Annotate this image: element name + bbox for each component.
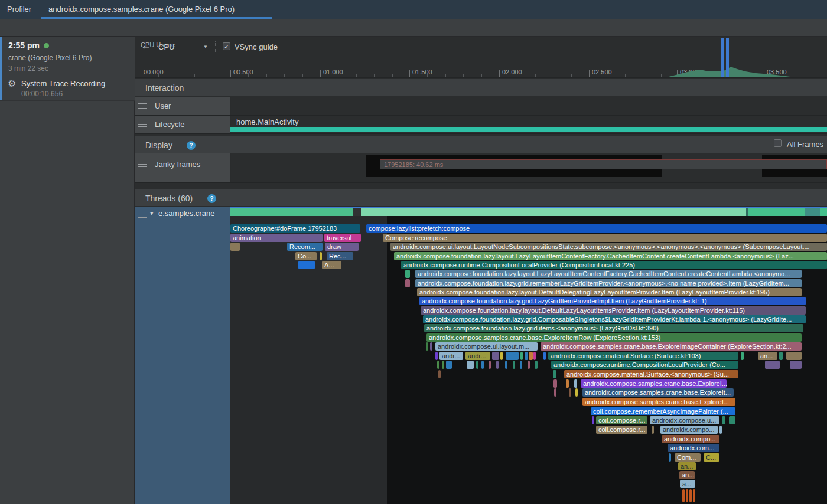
- trace-span[interactable]: androidx.compose.foundation.lazy.grid.Co…: [423, 315, 806, 323]
- trace-span[interactable]: [574, 379, 577, 388]
- trace-span[interactable]: androidx.compose.foundation.lazy.layout.…: [394, 252, 827, 260]
- trace-span[interactable]: C...: [704, 453, 719, 462]
- trace-span[interactable]: [405, 279, 410, 287]
- chevron-down-icon[interactable]: ▼: [203, 44, 208, 50]
- trace-span[interactable]: androidx.compose.material.Surface (Surfa…: [548, 352, 738, 360]
- trace-span[interactable]: [652, 426, 654, 434]
- trace-span[interactable]: [496, 361, 499, 369]
- trace-span[interactable]: [446, 361, 452, 369]
- trace-span[interactable]: [529, 352, 533, 360]
- trace-span[interactable]: androidx.compose.foundation.lazy.layout.…: [417, 288, 802, 296]
- trace-span[interactable]: traversal: [324, 234, 361, 242]
- trace-span[interactable]: [779, 352, 783, 360]
- trace-span[interactable]: androidx.compose.foundation.lazy.layout.…: [415, 270, 802, 278]
- trace-span[interactable]: [566, 379, 569, 388]
- janky-frame-bar[interactable]: 17952185: 40.62 ms: [380, 159, 827, 169]
- trace-span[interactable]: [520, 352, 523, 360]
- trace-span[interactable]: androidx.compose.foundation.lazy.grid.it…: [424, 324, 803, 332]
- trace-span[interactable]: [520, 361, 522, 369]
- trace-span[interactable]: coil.compose.rememberAsyncImagePainter (…: [591, 407, 735, 415]
- trace-span[interactable]: Compose:recompose: [383, 234, 827, 242]
- trace-span[interactable]: [476, 361, 478, 369]
- track-row-user[interactable]: User: [135, 97, 827, 116]
- trace-span[interactable]: [528, 361, 530, 369]
- trace-span[interactable]: [693, 489, 695, 502]
- trace-span[interactable]: [533, 352, 536, 360]
- trace-span[interactable]: [442, 361, 444, 369]
- trace-span[interactable]: Choreographer#doFrame 17952183: [230, 224, 360, 233]
- trace-span[interactable]: [790, 361, 802, 369]
- trace-span[interactable]: androidx.compose.samples.crane.base.Expl…: [582, 398, 735, 406]
- trace-span[interactable]: [505, 361, 507, 369]
- tab-session[interactable]: androidx.compose.samples.crane (Google P…: [41, 0, 272, 19]
- trace-span[interactable]: Recom...: [287, 243, 323, 251]
- lifecycle-event-bar[interactable]: [230, 127, 827, 132]
- recording-title[interactable]: System Trace Recording: [21, 79, 105, 88]
- trace-span[interactable]: androidx.compo...: [662, 435, 719, 443]
- trace-span[interactable]: [467, 361, 474, 369]
- drag-handle-icon[interactable]: [138, 103, 147, 110]
- help-icon[interactable]: ?: [207, 194, 216, 203]
- trace-span[interactable]: androidx.compose.ui.layout.m...: [435, 342, 538, 351]
- trace-span[interactable]: androidx.compose.runtime.CompositionLoca…: [401, 261, 827, 269]
- trace-span[interactable]: [729, 416, 735, 424]
- trace-span[interactable]: Rec...: [327, 252, 353, 260]
- help-icon[interactable]: ?: [187, 141, 196, 150]
- trace-span[interactable]: androidx.compose.samples.crane.base.Expl…: [582, 388, 734, 397]
- trace-span[interactable]: [320, 252, 322, 260]
- trace-span[interactable]: an...: [678, 462, 696, 470]
- trace-span[interactable]: draw: [325, 243, 359, 251]
- trace-span[interactable]: androidx.compose.samples.crane.base.Expl…: [581, 379, 727, 388]
- trace-span[interactable]: androidx.compose.foundation.lazy.grid.La…: [419, 297, 806, 305]
- trace-span[interactable]: androidx.compose.foundation.lazy.grid.re…: [415, 279, 802, 287]
- trace-span[interactable]: animation: [230, 234, 323, 242]
- trace-span[interactable]: androidx.compose.ui.layout.LayoutNodeSub…: [390, 243, 827, 251]
- trace-span[interactable]: [481, 361, 484, 369]
- trace-span[interactable]: [492, 352, 499, 360]
- trace-span[interactable]: coil.compose.r...: [596, 426, 647, 434]
- trace-span[interactable]: [575, 388, 578, 397]
- trace-span[interactable]: an...: [679, 471, 695, 479]
- drag-handle-icon[interactable]: [138, 162, 147, 168]
- trace-span[interactable]: androidx.compose.material.Surface.<anony…: [564, 370, 738, 378]
- trace-span[interactable]: androidx.compose.samples.crane.base.Expl…: [426, 333, 802, 342]
- trace-span[interactable]: [553, 379, 557, 388]
- trace-span[interactable]: A...: [322, 261, 341, 269]
- trace-span[interactable]: [554, 388, 556, 397]
- trace-span[interactable]: [430, 342, 432, 351]
- trace-span[interactable]: [592, 416, 594, 424]
- trace-span[interactable]: [535, 361, 538, 369]
- trace-span[interactable]: [426, 342, 428, 351]
- trace-span[interactable]: [525, 352, 528, 360]
- trace-span[interactable]: [513, 361, 515, 369]
- thread-row-label[interactable]: ▾ e.samples.crane: [135, 207, 230, 504]
- trace-span[interactable]: [569, 388, 571, 397]
- trace-span[interactable]: androidx.compose.runtime.CompositionLoca…: [551, 361, 738, 369]
- trace-span[interactable]: [489, 361, 491, 369]
- trace-span[interactable]: an...: [758, 352, 777, 360]
- selection-range-bar[interactable]: [721, 38, 724, 77]
- drag-handle-icon[interactable]: [138, 215, 147, 221]
- chevron-down-icon[interactable]: ▾: [150, 210, 154, 217]
- trace-span[interactable]: compose:lazylist:prefetch:compose: [366, 224, 827, 233]
- trace-span[interactable]: [543, 352, 546, 360]
- drag-handle-icon[interactable]: [138, 122, 147, 128]
- trace-span[interactable]: [435, 352, 438, 360]
- trace-span[interactable]: coil.compose.r...: [596, 416, 647, 424]
- trace-span[interactable]: [405, 270, 410, 278]
- trace-span[interactable]: [689, 489, 692, 502]
- trace-span[interactable]: androidx.compo...: [660, 426, 718, 434]
- trace-span[interactable]: [722, 416, 725, 424]
- trace-span[interactable]: Com...: [675, 453, 701, 462]
- trace-span[interactable]: [500, 352, 503, 360]
- trace-span[interactable]: andr...: [465, 352, 490, 360]
- trace-span[interactable]: a...: [680, 480, 695, 488]
- trace-span[interactable]: [765, 361, 780, 369]
- trace-span[interactable]: andr...: [439, 352, 463, 360]
- trace-span[interactable]: [669, 453, 671, 462]
- trace-span[interactable]: [686, 489, 688, 502]
- trace-span[interactable]: [719, 426, 722, 434]
- trace-span[interactable]: androidx.compose.u...: [650, 416, 719, 424]
- trace-span[interactable]: androidx.compose.samples.crane.base.Expl…: [541, 342, 802, 351]
- vsync-checkbox[interactable]: ✓: [223, 42, 230, 50]
